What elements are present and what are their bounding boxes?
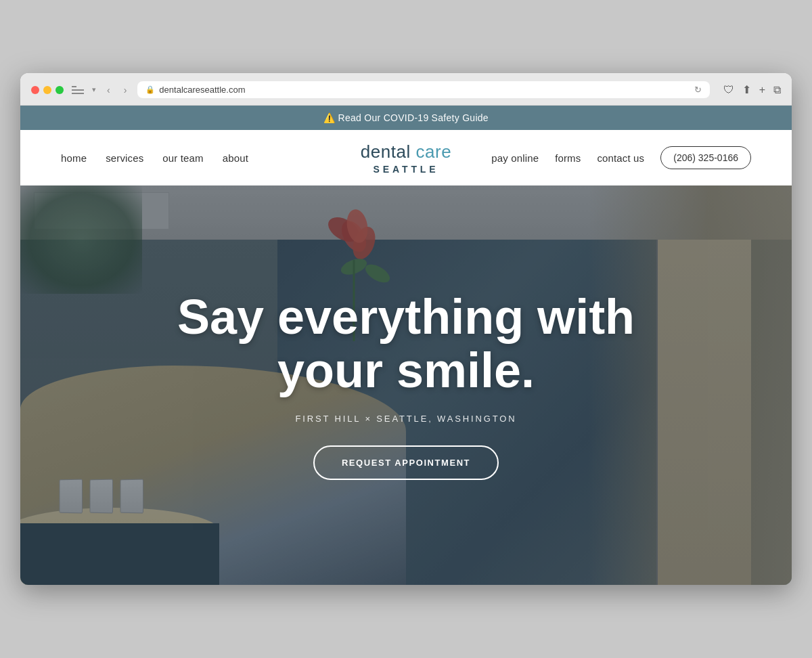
refresh-icon[interactable]: ↻ [694,85,702,95]
covid-link[interactable]: Read Our COVID-19 Safety Guide [338,112,489,123]
hero-location: FIRST HILL × SEATTLE, WASHINGTON [295,414,516,424]
tab-overview-button[interactable]: ⧉ [773,84,781,96]
browser-actions: 🛡 ⬆ + ⧉ [723,83,781,96]
nav-forms-link[interactable]: forms [555,152,581,164]
nav-services-link[interactable]: services [106,152,143,164]
hero-content: Say everything with your smile. FIRST HI… [20,185,792,585]
forward-button[interactable]: › [121,83,130,97]
share-button[interactable]: ⬆ [742,83,751,96]
shield-icon[interactable]: 🛡 [723,84,734,96]
traffic-lights [31,86,64,94]
nav-left: home services our team about [61,152,248,164]
chevron-down-icon: ▾ [92,85,96,94]
lock-icon: 🔒 [145,85,155,94]
site-logo[interactable]: dental care SEATTLE [361,141,451,175]
warning-icon: ⚠️ [323,112,335,123]
hero-headline: Say everything with your smile. [169,290,643,397]
phone-button[interactable]: (206) 325-0166 [660,146,751,169]
nav-team-link[interactable]: our team [162,152,203,164]
minimize-button[interactable] [43,86,51,94]
address-bar[interactable]: 🔒 dentalcareseattle.com ↻ [137,81,709,98]
navigation: home services our team about dental care… [20,130,792,185]
nav-contact-link[interactable]: contact us [597,152,644,164]
logo-seattle-text: SEATTLE [361,164,451,175]
nav-pay-link[interactable]: pay online [491,152,539,164]
nav-header: home services our team about dental care… [20,130,792,185]
covid-banner[interactable]: ⚠️ Read Our COVID-19 Safety Guide [20,106,792,130]
close-button[interactable] [31,86,39,94]
maximize-button[interactable] [55,86,64,94]
sidebar-toggle-icon[interactable] [72,85,84,95]
logo-care-text: care [416,141,452,162]
logo-dental-text: dental [361,141,411,162]
request-appointment-button[interactable]: REQUEST APPOINTMENT [313,445,499,480]
nav-about-link[interactable]: about [223,152,248,164]
hero-section: Say everything with your smile. FIRST HI… [20,185,792,585]
browser-chrome: ▾ ‹ › 🔒 dentalcareseattle.com ↻ 🛡 ⬆ + ⧉ [20,73,792,106]
back-button[interactable]: ‹ [104,83,113,97]
url-text: dentalcareseattle.com [159,85,245,95]
browser-window: ▾ ‹ › 🔒 dentalcareseattle.com ↻ 🛡 ⬆ + ⧉ … [20,73,792,585]
website-content: ⚠️ Read Our COVID-19 Safety Guide home s… [20,106,792,585]
nav-right: pay online forms contact us (206) 325-01… [491,146,751,169]
new-tab-button[interactable]: + [759,84,765,96]
nav-home-link[interactable]: home [61,152,87,164]
